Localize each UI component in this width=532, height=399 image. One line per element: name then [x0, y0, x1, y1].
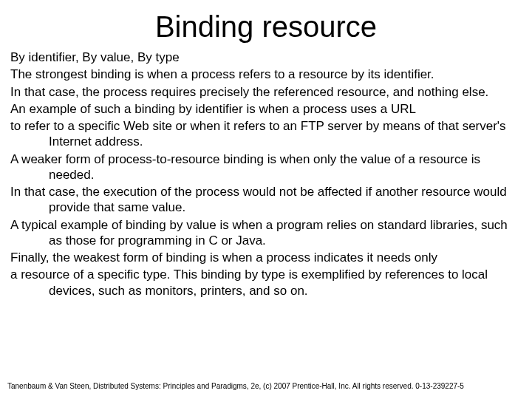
line-weakest: Finally, the weakest form of binding is …: [10, 250, 522, 265]
line-libraries: A typical example of binding by value is…: [10, 217, 522, 249]
line-same-value: In that case, the execution of the proce…: [10, 184, 522, 216]
line-types: By identifier, By value, By type: [10, 50, 522, 65]
line-devices: a resource of a specific type. This bind…: [10, 267, 522, 299]
footer-citation: Tanenbaum & Van Steen, Distributed Syste…: [7, 382, 464, 390]
line-nothing-else: In that case, the process requires preci…: [10, 84, 522, 100]
line-weaker: A weaker form of process-to-resource bin…: [10, 151, 522, 183]
line-example-url: An example of such a binding by identifi…: [10, 101, 522, 117]
line-ftp: to refer to a specific Web site or when …: [10, 118, 522, 150]
line-strongest: The strongest binding is when a process …: [10, 66, 522, 82]
slide-title: Binding resource: [0, 0, 532, 50]
slide: Binding resource By identifier, By value…: [0, 0, 532, 399]
body-text: By identifier, By value, By type The str…: [0, 50, 532, 299]
